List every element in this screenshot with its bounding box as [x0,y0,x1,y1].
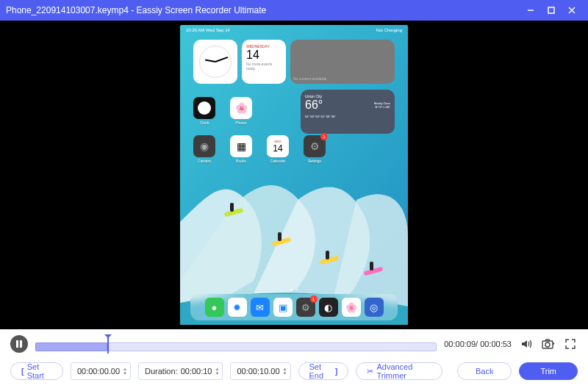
svg-point-5 [545,342,550,347]
close-button[interactable] [562,0,582,21]
maximize-button[interactable] [541,0,562,21]
start-time-input[interactable]: 00:00:00.00▲▼ [71,362,131,380]
dock-files: ▣ [273,298,293,317]
calendar-widget: WEDNESDAY 14 No more events today [242,40,286,84]
pause-button[interactable] [10,335,28,353]
ipad-dock: ● ✹ ✉ ▣ ⚙1 ◐ 🌸 ◎ [190,294,398,320]
app-calendar: WED14Calendar [267,135,289,163]
fullscreen-icon[interactable] [563,337,578,351]
back-button[interactable]: Back [457,362,512,380]
trim-button[interactable]: Trim [519,362,578,380]
set-end-button[interactable]: Set End] [298,362,349,380]
dock-safari: ✹ [228,298,247,317]
end-time-input[interactable]: 00:00:10.00▲▼ [230,362,290,380]
dock-settings: ⚙1 [296,298,315,317]
clock-widget [193,40,237,84]
set-start-button[interactable]: [Set Start [10,362,63,380]
dock-mail: ✉ [251,298,270,317]
app-row-2: ◉Camera ▦Books WED14Calendar ⚙1Settings [193,135,326,163]
app-camera: ◉Camera [193,135,215,163]
app-photos: 🌸Photos [230,97,252,125]
weather-widget: Union City 66° Mostly Clear H:74° L:58° … [301,90,395,134]
advanced-trimmer-button[interactable]: ✂Advanced Trimmer [356,362,442,380]
playback-controls: 00:00:09/ 00:00:53 ▾ [0,329,588,359]
dock-app6: ◐ [319,298,338,317]
snapshot-icon[interactable]: ▾ [541,337,556,351]
video-preview[interactable]: 10:20 AM Wed Sep 14 Not Charging WEDNESD… [0,21,588,329]
time-display: 00:00:09/ 00:00:53 [444,340,512,348]
page-dots [290,289,298,291]
volume-icon[interactable] [519,337,534,351]
dock-photos: 🌸 [342,298,361,317]
app-clock: Clock [193,97,215,125]
app-row-1: Clock 🌸Photos [193,97,252,125]
svg-rect-1 [548,7,554,13]
app-books: ▦Books [230,135,252,163]
ipad-screenshot: 10:20 AM Wed Sep 14 Not Charging WEDNESD… [180,25,408,325]
content-widget: No content available [290,40,395,84]
scissors-icon: ✂ [367,367,373,376]
seek-slider[interactable] [35,337,437,351]
titlebar: Phone_220914103007.keymp4 - Eassiy Scree… [0,0,588,21]
trim-toolbar: [Set Start 00:00:00.00▲▼ Duration:00:00:… [0,359,588,391]
minimize-button[interactable] [520,0,541,21]
ipad-statusbar: 10:20 AM Wed Sep 14 Not Charging [180,25,408,35]
window-title: Phone_220914103007.keymp4 - Eassiy Scree… [6,5,520,15]
duration-input[interactable]: Duration:00:00:10▲▼ [138,362,223,380]
app-settings: ⚙1Settings [304,135,326,163]
dock-messages: ● [205,298,224,317]
dock-app8: ◎ [365,298,384,317]
